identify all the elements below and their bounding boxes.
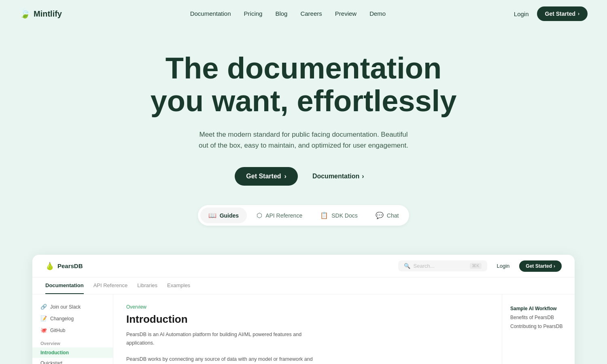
api-reference-icon: ⬡	[257, 212, 262, 219]
tab-chat[interactable]: 💬 Chat	[367, 207, 407, 223]
hero-doc-chevron: ›	[362, 173, 364, 180]
nav-link-documentation[interactable]: Documentation	[190, 10, 231, 17]
hero-subtitle: Meet the modern standard for public faci…	[198, 129, 409, 151]
logo-icon: 🍃	[19, 8, 30, 19]
preview-logo: 🍐 PearsDB	[45, 262, 83, 271]
nav-get-started-button[interactable]: Get Started ›	[537, 6, 588, 21]
preview-nav-get-started[interactable]: Get Started ›	[519, 260, 562, 272]
preview-sidebar-changelog[interactable]: 📝 Changelog	[32, 313, 113, 324]
guides-icon: 📖	[208, 212, 216, 219]
github-icon: 🐙	[40, 327, 47, 333]
nav-link-pricing[interactable]: Pricing	[244, 10, 263, 17]
nav-get-started-chevron: ›	[578, 11, 579, 17]
preview-nav-login[interactable]: Login	[497, 263, 510, 269]
preview-search-placeholder: Search...	[414, 263, 467, 269]
navbar: 🍃 Mintlify Documentation Pricing Blog Ca…	[0, 0, 607, 28]
logo-text: Mintlify	[34, 9, 62, 19]
hero-get-started-button[interactable]: Get Started ›	[235, 167, 298, 186]
preview-right-sidebar: Sample AI Workflow Benefits of PearsDB C…	[502, 294, 575, 364]
nav-link-demo[interactable]: Demo	[369, 10, 386, 17]
tabs: 📖 Guides ⬡ API Reference 📋 SDK Docs 💬 Ch…	[198, 205, 410, 226]
hero-documentation-button[interactable]: Documentation ›	[304, 167, 372, 186]
hero-section: The documentation you want, effortlessly…	[0, 28, 607, 255]
changelog-icon: 📝	[40, 315, 47, 322]
chat-icon: 💬	[376, 212, 384, 219]
tab-api-reference[interactable]: ⬡ API Reference	[248, 207, 310, 223]
preview-sidebar-github[interactable]: 🐙 GitHub	[32, 324, 113, 336]
nav-link-careers[interactable]: Careers	[300, 10, 322, 17]
nav-links: Documentation Pricing Blog Careers Previ…	[190, 10, 386, 17]
hero-title: The documentation you want, effortlessly	[121, 52, 486, 118]
preview-sidebar-link-introduction[interactable]: Introduction	[32, 347, 113, 358]
hero-get-started-chevron: ›	[284, 173, 287, 180]
hero-buttons: Get Started › Documentation ›	[19, 167, 588, 186]
preview-navbar: 🍐 PearsDB 🔍 Search... ⌘K Login Get Start…	[32, 255, 575, 277]
preview-search-box[interactable]: 🔍 Search... ⌘K	[398, 260, 487, 271]
tab-sdk-docs[interactable]: 📋 SDK Docs	[312, 207, 366, 223]
preview-sidebar-link-quickstart[interactable]: Quickstart	[32, 358, 113, 364]
preview-right-item-benefits[interactable]: Benefits of PearsDB	[510, 313, 567, 322]
preview-right-item-contributing[interactable]: Contributing to PearsDB	[510, 322, 567, 331]
preview-tab-api-reference[interactable]: API Reference	[93, 277, 128, 294]
preview-tab-documentation[interactable]: Documentation	[45, 277, 84, 294]
preview-sidebar: 🔗 Join our Slack 📝 Changelog 🐙 GitHub Ov…	[32, 294, 113, 364]
slack-icon: 🔗	[40, 304, 47, 310]
preview-main-body-2: PearsDB works by connecting any source o…	[126, 355, 320, 364]
preview-tab-libraries[interactable]: Libraries	[137, 277, 157, 294]
preview-sidebar-section-overview: Overview	[32, 336, 113, 347]
preview-window: 🍐 PearsDB 🔍 Search... ⌘K Login Get Start…	[32, 255, 575, 364]
preview-sidebar-slack[interactable]: 🔗 Join our Slack	[32, 301, 113, 313]
sdk-docs-icon: 📋	[320, 212, 328, 219]
preview-search-shortcut: ⌘K	[470, 263, 481, 269]
preview-logo-icon: 🍐	[45, 262, 54, 271]
nav-login-button[interactable]: Login	[514, 11, 529, 17]
nav-actions: Login Get Started ›	[514, 6, 588, 21]
preview-overview-label: Overview	[126, 304, 489, 310]
preview-content: 🔗 Join our Slack 📝 Changelog 🐙 GitHub Ov…	[32, 294, 575, 364]
preview-nav-chevron: ›	[554, 263, 555, 269]
nav-link-preview[interactable]: Preview	[335, 10, 357, 17]
nav-logo[interactable]: 🍃 Mintlify	[19, 8, 62, 19]
preview-right-item-sample[interactable]: Sample AI Workflow	[510, 304, 567, 313]
tabs-container: 📖 Guides ⬡ API Reference 📋 SDK Docs 💬 Ch…	[19, 205, 588, 226]
preview-main-title: Introduction	[126, 313, 489, 326]
preview-tabs: Documentation API Reference Libraries Ex…	[32, 277, 575, 294]
preview-main-body-1: PearsDB is an AI Automation platform for…	[126, 330, 320, 348]
tab-guides[interactable]: 📖 Guides	[200, 207, 247, 223]
nav-link-blog[interactable]: Blog	[275, 10, 287, 17]
preview-main-content: Overview Introduction PearsDB is an AI A…	[113, 294, 502, 364]
preview-search-icon: 🔍	[404, 263, 410, 269]
preview-logo-text: PearsDB	[57, 262, 83, 269]
preview-tab-examples[interactable]: Examples	[167, 277, 190, 294]
